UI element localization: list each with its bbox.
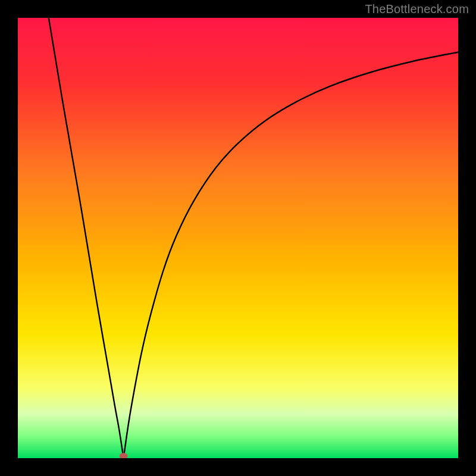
chart-svg	[18, 18, 458, 458]
gradient-background	[18, 18, 458, 458]
attribution-text: TheBottleneck.com	[365, 2, 469, 16]
chart-frame: TheBottleneck.com	[0, 0, 476, 476]
plot-area	[18, 18, 458, 458]
